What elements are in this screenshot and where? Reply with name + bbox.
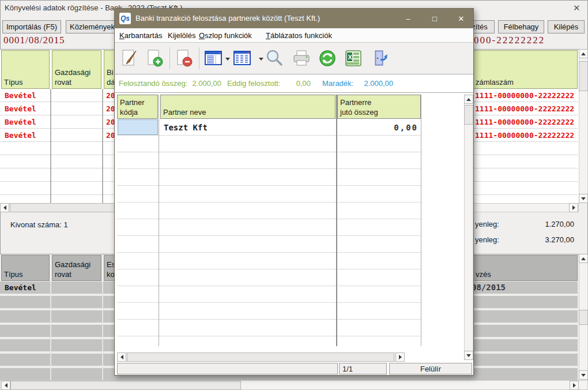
- svg-text:X: X: [348, 54, 353, 61]
- table-row[interactable]: Bevétel: [5, 129, 36, 142]
- balance-value: 1.270,00: [518, 220, 574, 228]
- main-hscrollbar[interactable]: [0, 380, 588, 390]
- kilepes-button[interactable]: Kilépés: [548, 20, 585, 33]
- header-partner-kodja[interactable]: Partner kódja: [117, 95, 158, 119]
- dialog-menubar: Karbantartás Kijelölés Oszlop funkciók T…: [115, 28, 473, 43]
- main-window-title: Könyvelési adatok rögzítése - Bank: [5, 3, 122, 12]
- menu-oszlop-funkciok[interactable]: Oszlop funkciók: [199, 28, 252, 42]
- scroll-down-icon[interactable]: [579, 194, 588, 203]
- partner-table-gridlines: [117, 119, 421, 346]
- bottom-table-vscrollbar[interactable]: [579, 254, 588, 380]
- table-view-icon[interactable]: [231, 47, 253, 69]
- scroll-down-icon[interactable]: [579, 370, 588, 380]
- minimize-icon[interactable]: –: [398, 9, 418, 28]
- app-icon: Qs: [119, 13, 131, 24]
- scroll-right-icon[interactable]: [569, 203, 578, 212]
- main-close-icon[interactable]: ✕: [573, 3, 581, 13]
- partner-osszeg-cell[interactable]: 0,00: [337, 119, 418, 136]
- dialog-hscrollbar[interactable]: [117, 352, 405, 362]
- form-view-icon[interactable]: [202, 47, 224, 69]
- status-message-cell: [117, 363, 338, 374]
- scroll-left-icon[interactable]: [0, 203, 9, 212]
- doc-number: 0001/08/2015: [3, 35, 65, 46]
- account-cell: 1111-00000000-22222222: [475, 89, 578, 102]
- app-screen: Könyvelési adatok rögzítése - Bank 2022 …: [0, 0, 588, 390]
- print-icon[interactable]: [291, 47, 312, 69]
- felosztando-value: 2.000,00: [169, 79, 221, 88]
- search-icon[interactable]: [263, 47, 285, 69]
- table-row[interactable]: Bevétel: [5, 115, 36, 129]
- scroll-right-icon[interactable]: [570, 381, 579, 390]
- scroll-left-icon[interactable]: [117, 352, 126, 362]
- status-mode-cell[interactable]: Felülír: [389, 363, 472, 374]
- delete-icon[interactable]: [173, 47, 195, 69]
- account-cell: 1111-00000000-22222222: [475, 115, 578, 129]
- header-partner-neve[interactable]: Partner neve: [160, 95, 336, 119]
- excel-export-icon[interactable]: X: [342, 47, 364, 69]
- bottom-header-tipus[interactable]: Típus: [1, 255, 50, 281]
- maradek-value: 2.000,00: [345, 79, 393, 88]
- partner-neve-cell[interactable]: Teszt Kft: [164, 119, 208, 136]
- header-partnerre-juto[interactable]: Partnerre jutó összeg: [337, 95, 421, 119]
- balance-label: yenleg:: [475, 220, 499, 228]
- scroll-up-icon[interactable]: [579, 254, 588, 263]
- status-page-cell: 1/1: [339, 363, 387, 374]
- partner-kodja-cell[interactable]: [118, 119, 158, 135]
- dialog-title: Banki tranzakció felosztása partnerek kö…: [135, 14, 320, 22]
- account-number-partial: 000-22222222: [474, 35, 585, 46]
- bottom-header-rovat[interactable]: Gazdasági rovat: [52, 255, 101, 281]
- menu-tablazatos-funkciok[interactable]: Táblázatos funkciók: [266, 28, 332, 42]
- edit-icon[interactable]: [118, 47, 140, 69]
- bottom-row-date: 08/2015: [472, 282, 506, 294]
- bank-split-dialog: Qs Banki tranzakció felosztása partnerek…: [114, 8, 474, 376]
- bottom-header-right[interactable]: vzés: [473, 255, 578, 281]
- scroll-down-icon[interactable]: [464, 351, 473, 360]
- table-row[interactable]: Bevétel: [5, 282, 36, 294]
- scroll-up-icon[interactable]: [464, 95, 473, 104]
- account-cell: 1111-00000000-22222222: [475, 129, 578, 142]
- form-view-dropdown-icon[interactable]: [225, 58, 230, 61]
- top-header-rovat[interactable]: Gazdasági rovat: [52, 50, 101, 89]
- refresh-icon[interactable]: [316, 47, 338, 69]
- table-row[interactable]: Bevétel: [5, 89, 36, 102]
- table-view-dropdown-icon[interactable]: [259, 58, 263, 61]
- scroll-up-icon[interactable]: [579, 49, 588, 58]
- account-cell: 1111-00000000-22222222: [475, 102, 578, 115]
- menu-kijeloles[interactable]: Kijelölés: [168, 28, 195, 42]
- dialog-vscrollbar[interactable]: [464, 95, 473, 360]
- exit-icon[interactable]: [370, 47, 392, 69]
- felbehagy-button[interactable]: Félbehagy: [498, 20, 544, 33]
- dialog-toolbar: X: [115, 43, 473, 74]
- scroll-left-icon[interactable]: [1, 381, 10, 390]
- table-row[interactable]: Bevétel: [5, 102, 36, 115]
- top-table-vscrollbar[interactable]: [579, 49, 588, 203]
- scroll-right-icon[interactable]: [395, 352, 405, 362]
- kivonat-label: Kivonat száma: 1: [10, 220, 68, 229]
- menu-karbantartas[interactable]: Karbantartás: [119, 28, 162, 42]
- importalas-button[interactable]: Importálás (F5): [2, 20, 61, 33]
- balance-label: yenleg:: [475, 235, 499, 244]
- top-header-szamlaszam[interactable]: zámlaszám: [473, 50, 578, 89]
- dialog-titlebar[interactable]: Qs Banki tranzakció felosztása partnerek…: [115, 9, 473, 28]
- add-icon[interactable]: [144, 47, 165, 69]
- maximize-icon[interactable]: □: [425, 9, 444, 28]
- kozlemenyek-button[interactable]: Közlemények: [66, 20, 119, 33]
- balance-value: 3.270,00: [518, 235, 574, 244]
- top-header-tipus[interactable]: Típus: [1, 50, 50, 89]
- close-icon[interactable]: ✕: [451, 9, 471, 28]
- eddig-value: 0,00: [266, 79, 311, 88]
